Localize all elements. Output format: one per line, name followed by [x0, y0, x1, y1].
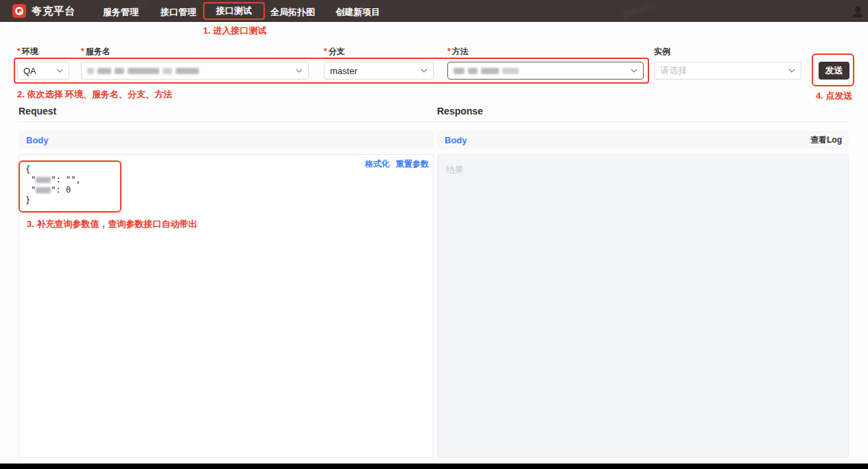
quark-logo-icon — [12, 4, 26, 18]
json-line: "": "", — [25, 175, 81, 185]
app-title: 夸克平台 — [32, 5, 75, 18]
env-select-value: QA — [23, 66, 36, 76]
request-tab-bar: Body — [19, 131, 434, 149]
request-tab-body[interactable]: Body — [26, 135, 49, 145]
send-button[interactable]: 发送 — [819, 62, 849, 80]
instance-label: 实例 — [654, 46, 670, 58]
person-icon — [850, 4, 865, 19]
request-json-content: { "": "", "": 0 } — [25, 165, 81, 206]
annotation-step4: 4. 点发送 — [816, 90, 852, 102]
service-select[interactable] — [81, 62, 309, 80]
env-label: *环境 — [17, 46, 38, 58]
nav-item-interface-test[interactable]: 接口测试 — [204, 3, 263, 19]
chevron-down-icon — [631, 69, 637, 73]
nav-item-service-management[interactable]: 服务管理 — [103, 6, 139, 19]
user-avatar[interactable] — [849, 3, 867, 21]
service-select-value-redacted — [87, 68, 199, 74]
required-mark: * — [447, 47, 451, 56]
required-mark: * — [324, 47, 327, 56]
reset-params-link[interactable]: 重置参数 — [396, 158, 429, 170]
annotation-box-nav-interface-test: 接口测试 — [203, 2, 265, 20]
method-select[interactable] — [447, 62, 644, 80]
window-bottom-bar — [0, 464, 868, 469]
json-key-redacted — [36, 177, 51, 183]
method-select-value-redacted — [454, 68, 519, 74]
watermark-text: 梁锋3992 — [620, 0, 657, 21]
branch-select-value: master — [330, 66, 357, 76]
nav-item-global-topology[interactable]: 全局拓扑图 — [270, 6, 315, 19]
branch-select[interactable]: master — [324, 62, 434, 80]
instance-select[interactable]: 请选择 — [654, 62, 801, 80]
annotation-step2: 2. 依次选择 环境、服务名、分支、方法 — [17, 88, 172, 101]
json-key-redacted — [36, 187, 51, 193]
panel-divider — [19, 121, 849, 122]
nav-item-interface-management[interactable]: 接口管理 — [161, 6, 196, 19]
response-result-area: 结果 — [437, 154, 849, 458]
instance-select-placeholder: 请选择 — [660, 64, 687, 77]
chevron-down-icon — [56, 69, 63, 73]
view-log-link[interactable]: 查看Log — [810, 134, 842, 146]
json-line: } — [25, 195, 81, 206]
json-line: { — [25, 165, 81, 175]
request-panel-title: Request — [19, 106, 56, 117]
annotation-step1: 1. 进入接口测试 — [203, 25, 266, 37]
response-panel-title: Response — [437, 106, 483, 117]
chevron-down-icon — [788, 69, 795, 73]
quark-logo-glyph — [14, 6, 24, 16]
response-result-placeholder: 结果 — [446, 164, 464, 176]
response-tab-body[interactable]: Body — [445, 135, 467, 145]
request-body-editor[interactable]: 格式化 重置参数 { "": "", "": 0 } 3. 补充查询参数值，查询… — [19, 154, 434, 458]
required-mark: * — [17, 47, 21, 56]
method-label: *方法 — [447, 46, 469, 58]
chevron-down-icon — [421, 69, 427, 73]
branch-label: *分支 — [324, 46, 345, 58]
annotation-step3: 3. 补充查询参数值，查询参数接口自动带出 — [27, 218, 197, 230]
editor-toolbar: 格式化 重置参数 — [365, 158, 429, 170]
nav-item-create-project[interactable]: 创建新项目 — [336, 6, 380, 19]
service-label: *服务名 — [81, 46, 110, 58]
required-mark: * — [81, 47, 84, 56]
response-tab-bar: Body 查看Log — [437, 131, 849, 149]
chevron-down-icon — [296, 69, 303, 73]
format-link[interactable]: 格式化 — [365, 158, 390, 170]
env-select[interactable]: QA — [17, 62, 69, 80]
json-line: "": 0 — [25, 185, 81, 195]
